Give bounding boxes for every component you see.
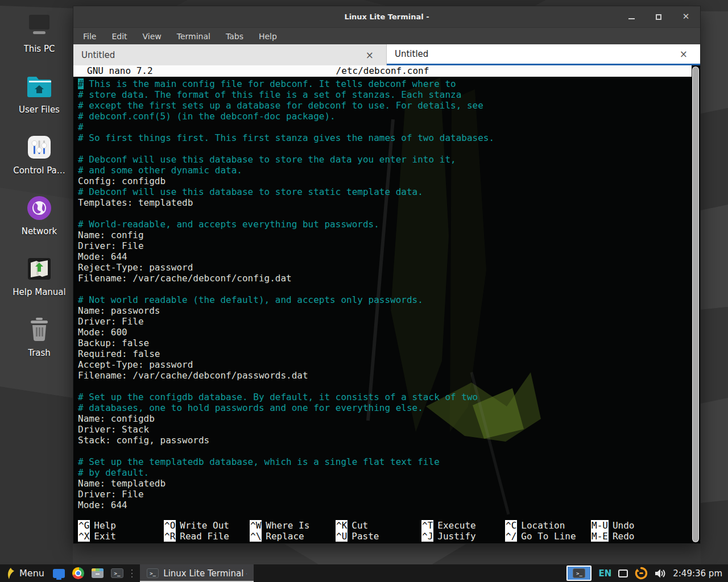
shortcut-label: Location	[521, 520, 565, 531]
shortcut-label: Execute	[437, 520, 475, 531]
taskbar-separator[interactable]	[131, 568, 133, 579]
volume-icon[interactable]	[655, 568, 666, 579]
shortcut-label: Justify	[437, 531, 475, 542]
minimize-button[interactable]	[625, 11, 638, 23]
nano-version: GNU nano 7.2	[87, 65, 153, 77]
desktop-icon-label: Help Manual	[13, 287, 65, 297]
keyboard-layout-indicator[interactable]: EN	[598, 568, 611, 579]
editor-line: Name: templatedb	[78, 478, 689, 489]
menu-item-help[interactable]: Help	[259, 32, 277, 41]
taskbar-window-button[interactable]: >_ Linux Lite Terminal -	[140, 564, 254, 582]
desktop-icon-label: Network	[22, 226, 57, 236]
editor-line: #	[78, 122, 689, 132]
start-menu-button[interactable]: Menu	[3, 564, 47, 582]
editor-line: Driver: Stack	[78, 424, 689, 435]
menu-label: Menu	[19, 568, 44, 579]
tab-close-icon[interactable]: ×	[361, 49, 378, 61]
terminal-window: Linux Lite Terminal - ✕ FileEditViewTerm…	[73, 6, 701, 544]
tab-label: Untitled	[81, 50, 115, 60]
editor-line: Templates: templatedb	[78, 197, 689, 208]
desktop-icon-help-manual[interactable]: Help Manual	[6, 256, 73, 297]
editor-line: # Set up the templatedb database, which …	[78, 456, 689, 467]
menu-bar: FileEditViewTerminalTabsHelp	[73, 27, 700, 44]
desktop-icon-label: Trash	[28, 348, 51, 358]
editor-line: Mode: 600	[78, 327, 689, 338]
menu-item-tabs[interactable]: Tabs	[226, 32, 243, 41]
nano-shortcut: ^JJustify	[421, 531, 505, 542]
nano-shortcut: ^UPaste	[336, 531, 421, 542]
globe-icon	[25, 195, 53, 221]
editor-line: Name: passwords	[78, 305, 689, 316]
editor-line: Accept-Type: password	[78, 359, 689, 370]
nano-shortcut: ^CLocation	[505, 520, 591, 531]
desktop-icon-label: Control Pa…	[13, 165, 65, 176]
editor-content[interactable]: # This is the main config file for debco…	[78, 78, 689, 510]
show-desktop-button[interactable]	[52, 567, 66, 580]
tab-close-icon[interactable]: ×	[675, 48, 692, 60]
editor-line: Driver: File	[78, 489, 689, 500]
terminal-screen[interactable]: GNU nano 7.2 /etc/debconf.conf # This is…	[73, 65, 700, 543]
nano-shortcut: M-ERedo	[591, 531, 689, 542]
tray-terminal-indicator[interactable]: >_	[566, 566, 592, 581]
taskbar-window-label: Linux Lite Terminal -	[163, 568, 247, 579]
maximize-icon	[656, 14, 661, 20]
update-notifier-icon[interactable]	[635, 567, 648, 580]
menu-item-edit[interactable]: Edit	[111, 32, 127, 41]
tab-untitled-2[interactable]: Untitled ×	[387, 44, 700, 65]
desktop-icon-trash[interactable]: Trash	[6, 317, 73, 358]
nano-shortcut: M-UUndo	[591, 520, 689, 531]
nano-shortcut: ^RRead File	[164, 531, 250, 542]
tab-untitled-1[interactable]: Untitled ×	[73, 44, 387, 65]
scrollbar-thumb[interactable]	[693, 67, 698, 542]
terminal-icon: >_	[111, 568, 123, 578]
editor-line: # by default.	[78, 467, 689, 478]
taskbar-left: Menu >_ >_ Linux Lite Terminal -	[3, 564, 254, 582]
editor-line: # and some other dynamic data.	[78, 165, 689, 176]
editor-line: # Debconf will use this database to stor…	[78, 154, 689, 165]
nano-shortcut: ^OWrite Out	[164, 520, 250, 531]
desktop-icon-this-pc[interactable]: This PC	[6, 13, 73, 54]
nano-shortcut-bar: ^GHelp^OWrite Out^WWhere Is^KCut^TExecut…	[78, 520, 689, 542]
close-button[interactable]: ✕	[680, 11, 692, 23]
nano-titlebar: GNU nano 7.2 /etc/debconf.conf	[73, 65, 692, 77]
clipboard-tray-icon[interactable]	[618, 569, 628, 577]
shortcut-label: Help	[94, 520, 116, 531]
clock[interactable]: 2:49:36 pm	[673, 568, 722, 579]
scrollbar[interactable]	[692, 66, 699, 542]
editor-line: Driver: File	[78, 240, 689, 251]
terminal-launcher[interactable]: >_	[110, 567, 124, 580]
shortcut-key: M-E	[591, 531, 609, 542]
editor-line: Backup: false	[78, 338, 689, 348]
menu-item-view[interactable]: View	[143, 32, 162, 41]
file-manager-launcher[interactable]	[91, 567, 105, 580]
nano-filename: /etc/debconf.conf	[336, 65, 429, 76]
system-tray: >_ EN 2:49:36 pm	[566, 564, 725, 582]
taskbar: Menu >_ >_ Linux Lite Terminal - >_ EN	[0, 564, 728, 582]
shortcut-key: ^\	[250, 531, 262, 542]
chrome-icon	[72, 567, 84, 579]
text-cursor: #	[78, 78, 84, 89]
menu-item-terminal[interactable]: Terminal	[177, 32, 210, 41]
nano-shortcut: ^KCut	[336, 520, 421, 531]
desktop-icon-control-panel[interactable]: Control Pa…	[6, 134, 73, 176]
window-titlebar[interactable]: Linux Lite Terminal - ✕	[73, 6, 700, 27]
editor-line	[78, 284, 689, 294]
desktop-icon-user-files[interactable]: User Files	[6, 73, 73, 115]
editor-line: Name: configdb	[78, 413, 689, 424]
desktop-icon-network[interactable]: Network	[6, 195, 73, 236]
shortcut-label: Exit	[94, 531, 116, 542]
editor-line: Driver: File	[78, 316, 689, 327]
sliders-icon	[25, 134, 53, 160]
editor-line	[78, 208, 689, 219]
terminal-icon: >_	[573, 568, 585, 578]
editor-line: # Not world readable (the default), and …	[78, 294, 689, 305]
desktop-icon-label: User Files	[19, 105, 60, 115]
editor-line: # Set up the configdb database. By defau…	[78, 392, 689, 402]
editor-line: Mode: 644	[78, 500, 689, 510]
editor-line: Required: false	[78, 348, 689, 359]
chrome-launcher[interactable]	[72, 567, 85, 580]
menu-item-file[interactable]: File	[83, 32, 96, 41]
editor-line: # except the first sets up a database fo…	[78, 100, 689, 111]
editor-line: # databases, one to hold passwords and o…	[78, 402, 689, 413]
maximize-button[interactable]	[652, 11, 665, 23]
